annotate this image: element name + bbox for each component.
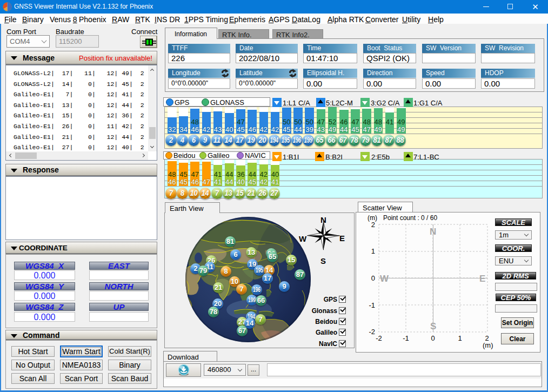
svg-text:-2: -2 [369, 328, 375, 336]
svg-text:-2: -2 [376, 334, 382, 342]
svg-text:-1: -1 [403, 334, 409, 342]
svg-text:1: 1 [458, 334, 462, 342]
svg-text:0: 0 [371, 274, 375, 282]
svg-text:1: 1 [371, 247, 375, 255]
svg-text:E: E [479, 274, 485, 284]
svg-text:N: N [430, 227, 436, 237]
svg-text:2: 2 [371, 221, 375, 229]
svg-text:W: W [380, 274, 389, 284]
svg-text:(m): (m) [483, 341, 493, 349]
svg-text:0: 0 [431, 334, 435, 342]
svg-text:-1: -1 [369, 301, 375, 309]
svg-text:S: S [430, 321, 436, 331]
